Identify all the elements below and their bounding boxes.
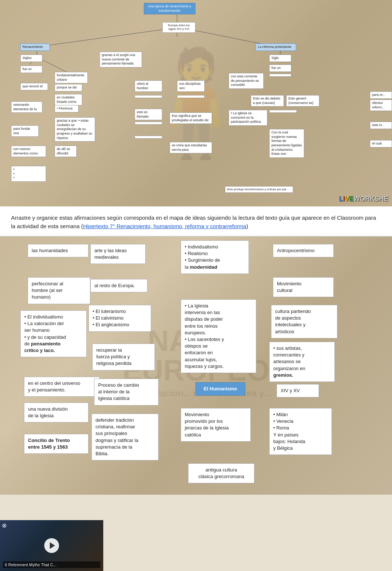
drag-item-12[interactable]: en el centro del universoy el pensamient…: [24, 377, 100, 397]
mm-box-esto-genero: Esto generó (consecuenci as): [286, 95, 319, 107]
mm-box-florencia: • Florencia: [55, 105, 79, 112]
mm-box-siglo: Siglo: [269, 55, 291, 62]
mm-box-con-cual: Con la cual surgieron nuevas formas de p…: [269, 129, 304, 158]
mm-central-box2: Europa entre los siglos XIV y XVI: [162, 22, 195, 33]
mm-box-porque: porque se dio: [55, 84, 82, 91]
mm-box-list: •••: [11, 166, 46, 182]
instruction-text: Arrastre y organice estas afirmaciones s…: [11, 214, 381, 230]
mm-box-de-alli: de allí se difundió: [55, 146, 77, 157]
hipertext-link[interactable]: Hipertexto 7° Renacimiento, humanismo, r…: [83, 223, 246, 229]
drag-item-5[interactable]: perfeccionar alhombre (al serhumano): [28, 277, 90, 304]
mm-box-con-nuevos: con nuevos elementos como:: [11, 146, 46, 157]
drag-section: NACIM EUROPEO temas relacion... nismo, r…: [0, 237, 392, 495]
drag-item-1[interactable]: las humanidades: [28, 244, 89, 257]
mm-box-retomando: retomando elementos de la: [11, 101, 42, 113]
mm-box-vacio4: [135, 136, 162, 139]
drag-item-19[interactable]: Concilio de Trentoentre 1545 y 1563: [24, 434, 89, 454]
mm-box-esto-llamado: esto es llamado:: [135, 109, 162, 120]
drag-item-13[interactable]: recuperar lafuerza política yreligiosa p…: [92, 344, 155, 370]
drag-item-17[interactable]: El Humanismo: [195, 382, 245, 396]
mm-box-fund-urbano: fundamentalmente urbano: [55, 72, 88, 83]
drag-item-20[interactable]: defender tradicióncristiana, reafirmarsu…: [91, 414, 159, 460]
mm-box-esta-corriente: con esta corriente de pensamiento se con…: [229, 73, 264, 89]
drag-item-22[interactable]: • Milán• Venecia• RomaY en paísesbajos: …: [269, 408, 332, 455]
drag-item-23[interactable]: antigua culturaclásica grecorromana: [188, 463, 254, 483]
drag-item-14[interactable]: • sus artistas,comercantes yartesanos se…: [269, 342, 335, 382]
mm-box-siglos: Siglos: [20, 55, 42, 62]
mm-box-gracias-que: gracias a que: • estas ciudades se enorg…: [55, 117, 95, 142]
lws-l: L: [339, 195, 343, 202]
vitruvian-background: 🧍: [141, 29, 251, 177]
drag-item-10[interactable]: • La Iglesiaintervenía en lasdisputas de…: [181, 299, 256, 373]
drag-item-15[interactable]: una nueva divisiónde la Iglesia: [24, 403, 89, 422]
mm-box-que-renovo: que renovó el: [20, 83, 48, 90]
mm-box-esto-produce: Esto produjo inconformismo y críticas po…: [225, 186, 293, 193]
mm-box-vacio1: [135, 95, 162, 98]
drag-item-8[interactable]: • El individualismo• La valoración delse…: [20, 310, 87, 357]
drag-item-2[interactable]: arte y las ideasmedievales: [90, 244, 146, 264]
drag-item-6[interactable]: al resto de Europa.: [90, 279, 148, 292]
instruction-section: Arrastre y organice estas afirmaciones s…: [0, 206, 392, 237]
mm-box-ubico: ubicó al hombre: [135, 80, 162, 92]
mm-box-reforma-prot: La reforma protestante: [256, 43, 296, 51]
mm-box-vacio6: [269, 110, 297, 113]
lws-e: E: [349, 195, 354, 202]
drag-item-7[interactable]: Movimientocultural: [273, 277, 334, 297]
lws-v: V: [345, 195, 349, 202]
top-mindmap-section: 🧍 Una época de renacimiento y transforma…: [0, 0, 392, 206]
drag-item-21[interactable]: Movimientopromovido por losjerarcas de l…: [181, 408, 251, 442]
drag-item-11[interactable]: cultura partiendode aspectosintelectuale…: [271, 305, 337, 338]
mm-box-vacio2: [177, 95, 205, 98]
mm-box-esto-se-dio: Esto se dio debido a que (causas): [251, 95, 284, 107]
mm-box-este-in: este in...: [370, 122, 392, 129]
drag-item-4[interactable]: Antropocentrismo: [273, 244, 334, 257]
mm-box-se-creia: se creía que estudiarlas servía para:: [170, 142, 212, 153]
mm-box-fue-un: fue un: [20, 66, 42, 73]
mm-box-fue-un2: fue un: [269, 65, 291, 72]
mm-box-para-fundar: para fundar una: [11, 125, 39, 137]
mm-box-el-cual: el cual: [370, 140, 392, 147]
mm-box-vacio5: [269, 74, 291, 77]
mm-box-en-ciudades: en ciudades Estado como:: [55, 94, 82, 105]
drag-item-9[interactable]: • El luteranismo• El calvinismo• El angl…: [89, 305, 151, 332]
drag-item-16[interactable]: Proceso de cambioal interior de laIglesi…: [94, 379, 159, 405]
mm-central-box1: Una época de renacimiento y transformaci…: [144, 3, 195, 14]
mm-box-vacio3: [135, 122, 162, 125]
mm-box-renacimiento: Renacimiento: [20, 43, 50, 51]
mm-box-sus-disc: sus disciplinas son:: [177, 80, 205, 92]
mm-box-para-re: para re...: [370, 91, 392, 99]
mm-box-efectos: efectos reform...: [370, 100, 392, 111]
drag-item-3[interactable]: • Individualismo• Realismo• Surgimiento …: [181, 240, 249, 274]
mm-box-gracias-surgio: gracias a el surgió una nueva corriente …: [100, 52, 142, 67]
liveworksheets-watermark: LIVEWORKSHE: [339, 195, 388, 203]
drag-item-18[interactable]: XIV y XV: [277, 384, 319, 397]
mm-box-significa: Eso significa que se privilegiaba el est…: [170, 112, 212, 124]
mm-box-la-iglesia: • La Iglesia se concentró en la particip…: [229, 110, 267, 126]
